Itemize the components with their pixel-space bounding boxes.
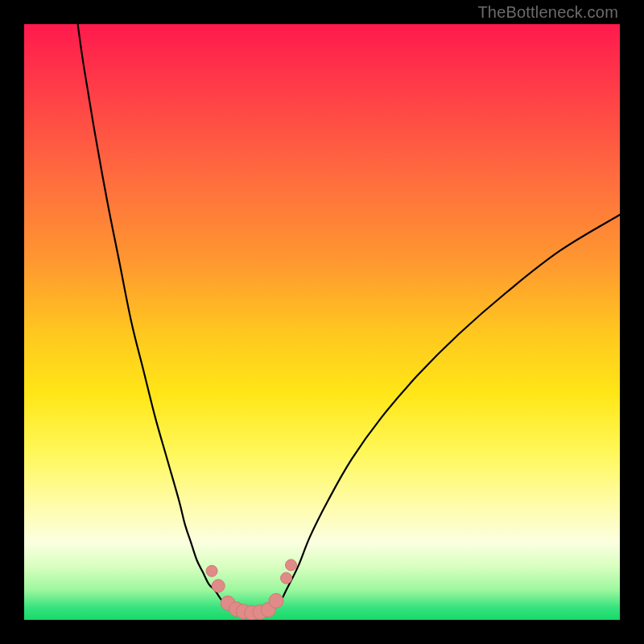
marker-dot (206, 565, 217, 576)
marker-dot (286, 559, 297, 571)
curve-right-branch (275, 215, 620, 608)
curve-segment (275, 215, 620, 608)
watermark-text: TheBottleneck.com (477, 3, 618, 22)
marker-dot (281, 572, 292, 584)
marker-dot (269, 593, 283, 608)
marker-blob (206, 559, 296, 620)
marker-dot (212, 580, 225, 592)
plot-area (24, 24, 620, 620)
chart-frame: TheBottleneck.com (0, 0, 644, 644)
curve-left-branch (78, 24, 233, 608)
curve-segment (78, 24, 233, 608)
curve-svg (24, 24, 620, 620)
